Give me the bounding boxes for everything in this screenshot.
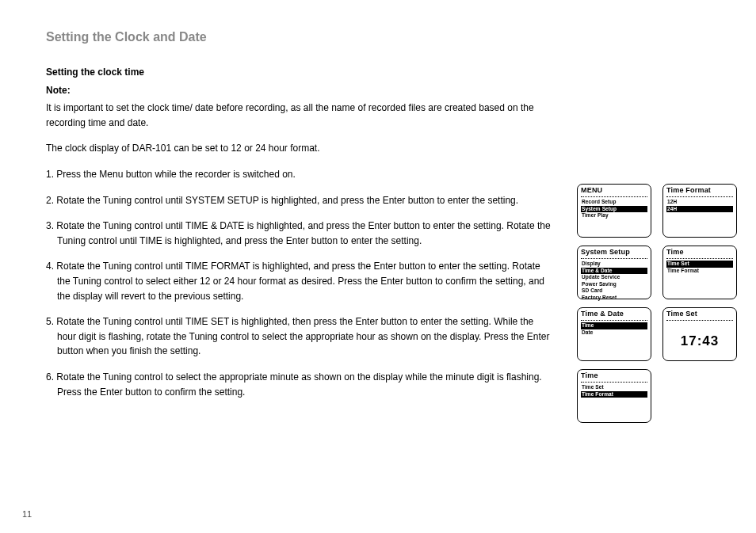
lcd-title: Time — [581, 372, 647, 379]
lcd-divider — [666, 257, 733, 259]
lcd-row: Time — [581, 322, 647, 329]
lcd-screens: MENURecord SetupSystem SetupTimer Play S… — [577, 184, 737, 423]
lcd-time-format: Time Format12H24H — [662, 184, 737, 238]
lcd-row: Time & Date — [581, 268, 647, 275]
intro-paragraph-2: The clock display of DAR-101 can be set … — [46, 141, 553, 156]
subhead-clock-time: Setting the clock time — [46, 65, 553, 80]
lcd-time-a: TimeTime SetTime Format — [577, 369, 651, 423]
lcd-row: Date — [581, 329, 647, 337]
step-5: 5. Rotate the Tuning control until TIME … — [46, 314, 553, 359]
lcd-title: System Setup — [581, 249, 647, 256]
lcd-time-set: Time Set17:43 — [662, 307, 737, 361]
lcd-row: Display — [581, 261, 647, 268]
lcd-row: Factory Reset — [581, 295, 647, 302]
lcd-system-setup: System SetupDisplayTime & DateUpdate Ser… — [577, 246, 651, 299]
body-copy: Setting the clock time Note: It is impor… — [46, 65, 553, 399]
lcd-divider — [666, 196, 733, 197]
note-label: Note: — [46, 83, 553, 98]
lcd-title: Time & Date — [581, 310, 647, 318]
lcd-row: SD Card — [581, 287, 647, 295]
lcd-row: Timer Play — [581, 212, 647, 219]
lcd-divider — [581, 381, 647, 383]
lcd-title: MENU — [581, 187, 647, 194]
lcd-row: Time Format — [581, 391, 647, 398]
lcd-row: Update Service — [581, 274, 647, 281]
lcd-title: Time Format — [666, 187, 733, 194]
step-1: 1. Press the Menu button while the recor… — [46, 167, 553, 182]
lcd-time-and-date: Time & DateTimeDate — [577, 307, 651, 361]
step-2: 2. Rotate the Tuning control until SYSTE… — [46, 193, 553, 208]
lcd-row: 12H — [666, 199, 733, 206]
intro-paragraph-1: It is important to set the clock time/ d… — [46, 101, 553, 130]
lcd-title: Time — [666, 249, 733, 256]
lcd-menu: MENURecord SetupSystem SetupTimer Play — [577, 184, 651, 238]
lcd-title: Time Set — [666, 310, 733, 318]
lcd-row: Power Saving — [581, 281, 647, 288]
lcd-row: 24H — [666, 206, 733, 213]
step-6: 6. Rotate the Tuning control to select t… — [46, 370, 553, 399]
page-title: Setting the Clock and Date — [46, 30, 732, 44]
lcd-time-b: TimeTime SetTime Format — [662, 246, 737, 299]
lcd-time-value: 17:43 — [663, 333, 736, 349]
lcd-divider — [581, 257, 647, 259]
lcd-divider — [581, 196, 647, 197]
lcd-row: Time Format — [666, 268, 733, 275]
step-3: 3. Rotate the Tuning control until TIME … — [46, 219, 553, 248]
step-4: 4. Rotate the Tuning control until TIME … — [46, 259, 553, 303]
lcd-divider — [581, 319, 647, 321]
lcd-row: System Setup — [581, 206, 647, 213]
lcd-divider — [666, 319, 733, 321]
lcd-row: Record Setup — [581, 199, 647, 206]
lcd-row: Time Set — [581, 384, 647, 391]
lcd-row: Time Set — [666, 261, 733, 268]
page-number: 11 — [22, 509, 32, 519]
